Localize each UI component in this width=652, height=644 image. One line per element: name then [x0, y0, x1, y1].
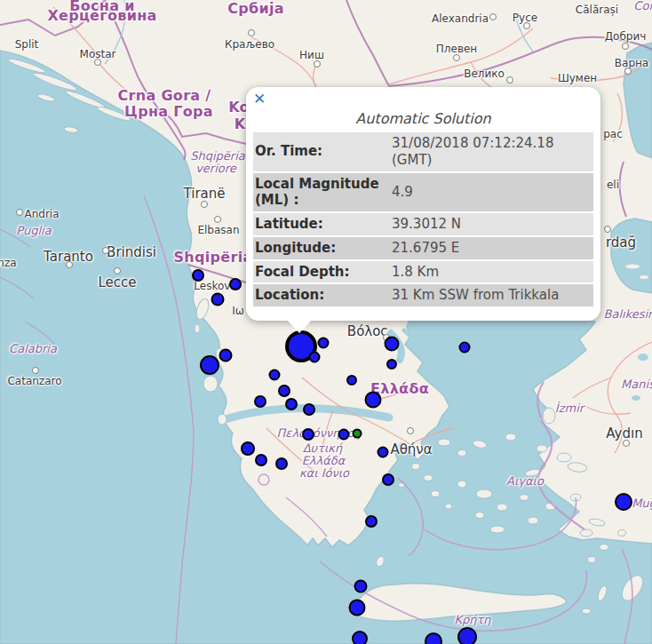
earthquake-marker[interactable]	[385, 337, 400, 352]
earthquake-marker[interactable]	[211, 293, 225, 306]
row-value: 4.9	[390, 173, 593, 212]
table-row: Latitude: 39.3012 N	[253, 213, 593, 235]
earthquake-marker[interactable]	[255, 454, 267, 466]
table-row: Longitude: 21.6795 E	[253, 237, 593, 259]
row-value: 31/08/2018 07:12:24.18 (GMT)	[390, 132, 593, 171]
earthquake-marker[interactable]	[378, 447, 389, 458]
earthquake-marker[interactable]	[425, 632, 442, 644]
row-label: Longitude:	[253, 237, 390, 259]
earthquake-marker[interactable]	[229, 278, 242, 290]
row-label: Focal Depth:	[253, 261, 390, 283]
row-value: 1.8 Km	[390, 261, 593, 283]
earthquake-marker[interactable]	[365, 392, 382, 409]
earthquake-marker[interactable]	[219, 349, 233, 362]
earthquake-marker[interactable]	[353, 429, 362, 439]
table-row: Focal Depth: 1.8 Km	[253, 261, 593, 283]
earthquake-marker[interactable]	[352, 631, 368, 644]
earthquake-marker[interactable]	[303, 403, 315, 416]
table-row: Or. Time: 31/08/2018 07:12:24.18 (GMT)	[253, 132, 593, 171]
earthquake-marker[interactable]	[382, 473, 394, 486]
row-label: Or. Time:	[253, 132, 390, 171]
table-row: Local Magnitude (ML) : 4.9	[253, 173, 593, 212]
earthquake-details-table: Or. Time: 31/08/2018 07:12:24.18 (GMT) L…	[253, 131, 593, 308]
earthquake-marker[interactable]	[615, 493, 632, 511]
earthquake-marker[interactable]	[457, 627, 477, 644]
earthquake-marker[interactable]	[309, 352, 321, 363]
earthquake-marker[interactable]	[278, 385, 290, 397]
earthquake-marker[interactable]	[349, 600, 366, 616]
earthquake-marker[interactable]	[285, 398, 298, 410]
earthquake-marker[interactable]	[386, 359, 397, 370]
map-application: Босна иХерцеговинаСрбијаSplitMostarКраље…	[0, 0, 652, 644]
popup-pointer	[286, 319, 313, 333]
earthquake-marker[interactable]	[200, 355, 219, 375]
earthquake-marker[interactable]	[254, 395, 266, 408]
earthquake-marker[interactable]	[192, 269, 204, 282]
row-value: 39.3012 N	[390, 213, 593, 235]
earthquake-marker[interactable]	[338, 429, 350, 441]
earthquake-marker[interactable]	[459, 342, 471, 354]
row-label: Latitude:	[253, 213, 390, 235]
popup-title: Automatic Solution	[246, 110, 600, 127]
earthquake-marker[interactable]	[241, 441, 255, 456]
earthquake-info-popup: ✕ Automatic Solution Or. Time: 31/08/201…	[246, 87, 600, 321]
row-label: Local Magnitude (ML) :	[253, 173, 390, 212]
earthquake-marker[interactable]	[269, 370, 281, 381]
table-row: Location: 31 Km SSW from Trikkala	[253, 284, 593, 306]
earthquake-marker[interactable]	[275, 457, 288, 470]
earthquake-marker[interactable]	[346, 375, 357, 386]
earthquake-marker[interactable]	[318, 338, 330, 349]
row-label: Location:	[253, 284, 390, 306]
row-value: 31 Km SSW from Trikkala	[390, 284, 593, 306]
row-value: 21.6795 E	[390, 237, 593, 259]
earthquake-marker[interactable]	[354, 580, 368, 593]
earthquake-marker[interactable]	[365, 515, 378, 528]
earthquake-marker[interactable]	[302, 428, 314, 441]
close-icon[interactable]: ✕	[253, 91, 266, 107]
